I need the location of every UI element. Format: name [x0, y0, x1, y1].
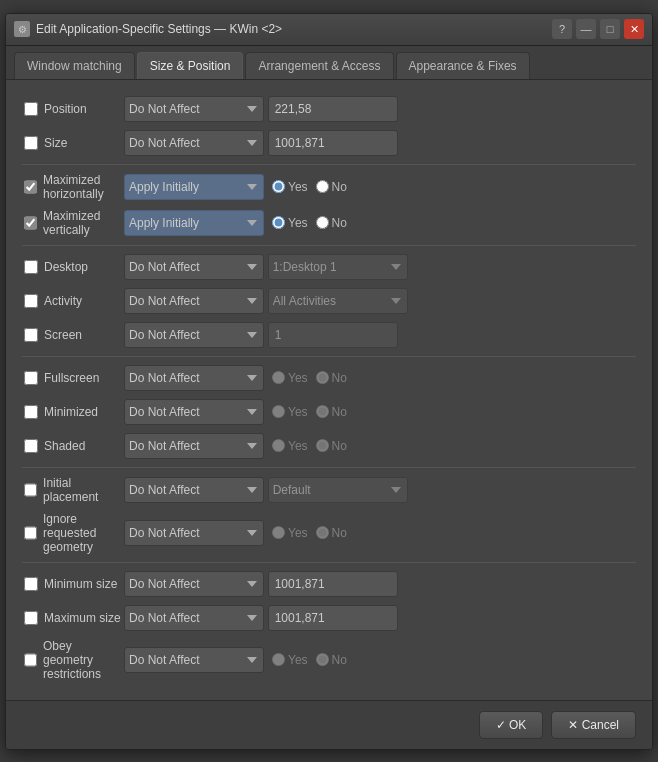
activity-checkbox-col: Activity: [24, 294, 124, 308]
minimized-checkbox-col: Minimized: [24, 405, 124, 419]
fullscreen-radio-group: Yes No: [272, 371, 347, 385]
screen-spin[interactable]: [268, 322, 398, 348]
minimized-no-radio: [316, 405, 329, 418]
max-v-yes-radio[interactable]: [272, 216, 285, 229]
shaded-radio-group: Yes No: [272, 439, 347, 453]
minimized-label: Minimized: [44, 405, 98, 419]
shaded-yes-radio: [272, 439, 285, 452]
row-init-place: Initial placement Do Not Affect Apply In…: [22, 472, 636, 508]
titlebar-controls: ? — □ ✕: [552, 19, 644, 39]
max-v-yes-label[interactable]: Yes: [272, 216, 308, 230]
minimized-yes-label: Yes: [272, 405, 308, 419]
tab-size-position[interactable]: Size & Position: [137, 52, 244, 79]
screen-checkbox-col: Screen: [24, 328, 124, 342]
row-max-v: Maximized vertically Apply Initially Do …: [22, 205, 636, 241]
maximize-button[interactable]: □: [600, 19, 620, 39]
obey-geo-checkbox[interactable]: [24, 653, 37, 667]
min-size-checkbox[interactable]: [24, 577, 38, 591]
fullscreen-yes-radio: [272, 371, 285, 384]
max-v-dropdown[interactable]: Apply Initially Do Not Affect Force: [124, 210, 264, 236]
obey-geo-no-radio: [316, 653, 329, 666]
desktop-checkbox[interactable]: [24, 260, 38, 274]
minimize-button[interactable]: —: [576, 19, 596, 39]
max-size-value[interactable]: [268, 605, 398, 631]
shaded-checkbox[interactable]: [24, 439, 38, 453]
footer: ✓ OK ✕ Cancel: [6, 700, 652, 749]
max-size-checkbox[interactable]: [24, 611, 38, 625]
size-value[interactable]: [268, 130, 398, 156]
content-area: Position Do Not Affect Apply Initially F…: [6, 80, 652, 700]
screen-label: Screen: [44, 328, 82, 342]
main-window: ⚙ Edit Application-Specific Settings — K…: [5, 13, 653, 750]
size-label: Size: [44, 136, 67, 150]
ignore-geo-dropdown[interactable]: Do Not Affect Apply Initially: [124, 520, 264, 546]
divider-5: [22, 562, 636, 563]
max-h-no-radio[interactable]: [316, 180, 329, 193]
row-obey-geo: Obey geometry restrictions Do Not Affect…: [22, 635, 636, 685]
desktop-dropdown[interactable]: Do Not Affect Apply Initially Force: [124, 254, 264, 280]
titlebar: ⚙ Edit Application-Specific Settings — K…: [6, 14, 652, 46]
size-dropdown[interactable]: Do Not Affect Apply Initially Force: [124, 130, 264, 156]
position-dropdown[interactable]: Do Not Affect Apply Initially Force: [124, 96, 264, 122]
size-checkbox[interactable]: [24, 136, 38, 150]
fullscreen-no-radio: [316, 371, 329, 384]
max-v-no-label[interactable]: No: [316, 216, 347, 230]
minimized-dropdown[interactable]: Do Not Affect Apply Initially: [124, 399, 264, 425]
position-checkbox-col: Position: [24, 102, 124, 116]
max-v-label: Maximized vertically: [43, 209, 124, 237]
screen-checkbox[interactable]: [24, 328, 38, 342]
max-v-checkbox-col: Maximized vertically: [24, 209, 124, 237]
max-v-no-radio[interactable]: [316, 216, 329, 229]
obey-geo-dropdown[interactable]: Do Not Affect Apply Initially: [124, 647, 264, 673]
ignore-geo-yes-label: Yes: [272, 526, 308, 540]
cancel-button[interactable]: ✕ Cancel: [551, 711, 636, 739]
init-place-value-dropdown[interactable]: Default: [268, 477, 408, 503]
fullscreen-dropdown[interactable]: Do Not Affect Apply Initially: [124, 365, 264, 391]
fullscreen-checkbox[interactable]: [24, 371, 38, 385]
ignore-geo-no-label: No: [316, 526, 347, 540]
init-place-dropdown[interactable]: Do Not Affect Apply Initially: [124, 477, 264, 503]
row-size: Size Do Not Affect Apply Initially Force: [22, 126, 636, 160]
help-button[interactable]: ?: [552, 19, 572, 39]
minimized-no-label: No: [316, 405, 347, 419]
ignore-geo-checkbox[interactable]: [24, 526, 37, 540]
init-place-checkbox[interactable]: [24, 483, 37, 497]
obey-geo-label: Obey geometry restrictions: [43, 639, 124, 681]
minimized-radio-group: Yes No: [272, 405, 347, 419]
ok-button[interactable]: ✓ OK: [479, 711, 544, 739]
shaded-dropdown[interactable]: Do Not Affect Apply Initially: [124, 433, 264, 459]
activity-value-dropdown[interactable]: All Activities: [268, 288, 408, 314]
position-value[interactable]: [268, 96, 398, 122]
close-button[interactable]: ✕: [624, 19, 644, 39]
row-max-size: Maximum size Do Not Affect Apply Initial…: [22, 601, 636, 635]
minimized-yes-radio: [272, 405, 285, 418]
shaded-label: Shaded: [44, 439, 85, 453]
row-shaded: Shaded Do Not Affect Apply Initially Yes…: [22, 429, 636, 463]
max-h-radio-group: Yes No: [272, 180, 347, 194]
max-size-dropdown[interactable]: Do Not Affect Apply Initially: [124, 605, 264, 631]
fullscreen-checkbox-col: Fullscreen: [24, 371, 124, 385]
max-h-no-label[interactable]: No: [316, 180, 347, 194]
obey-geo-radio-group: Yes No: [272, 653, 347, 667]
max-h-dropdown[interactable]: Apply Initially Do Not Affect Force: [124, 174, 264, 200]
min-size-value[interactable]: [268, 571, 398, 597]
max-h-yes-label[interactable]: Yes: [272, 180, 308, 194]
ignore-geo-no-radio: [316, 526, 329, 539]
activity-dropdown[interactable]: Do Not Affect Apply Initially: [124, 288, 264, 314]
max-h-yes-radio[interactable]: [272, 180, 285, 193]
titlebar-title: Edit Application-Specific Settings — KWi…: [36, 22, 282, 36]
activity-checkbox[interactable]: [24, 294, 38, 308]
tab-window-matching[interactable]: Window matching: [14, 52, 135, 79]
divider-2: [22, 245, 636, 246]
desktop-value-dropdown[interactable]: 1:Desktop 1: [268, 254, 408, 280]
min-size-dropdown[interactable]: Do Not Affect Apply Initially: [124, 571, 264, 597]
max-h-checkbox[interactable]: [24, 180, 37, 194]
titlebar-left: ⚙ Edit Application-Specific Settings — K…: [14, 21, 282, 37]
position-checkbox[interactable]: [24, 102, 38, 116]
minimized-checkbox[interactable]: [24, 405, 38, 419]
tab-arrangement-access[interactable]: Arrangement & Access: [245, 52, 393, 79]
max-v-checkbox[interactable]: [24, 216, 37, 230]
tab-appearance-fixes[interactable]: Appearance & Fixes: [396, 52, 530, 79]
fullscreen-label: Fullscreen: [44, 371, 99, 385]
screen-dropdown[interactable]: Do Not Affect Apply Initially: [124, 322, 264, 348]
